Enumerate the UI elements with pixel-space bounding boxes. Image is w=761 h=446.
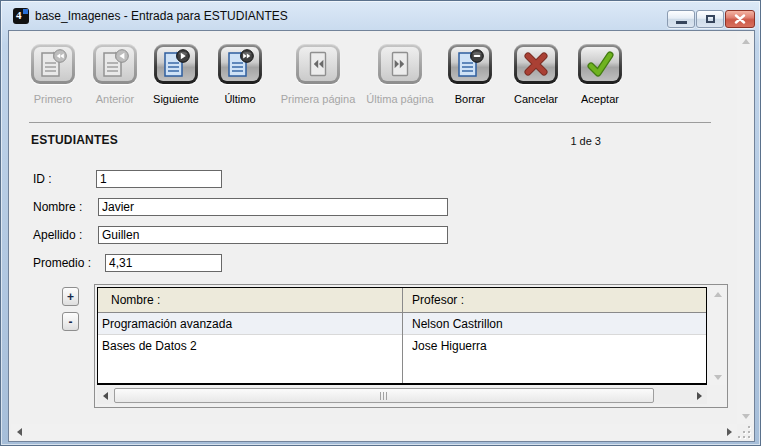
siguiente-button[interactable] (154, 44, 198, 84)
column-header-profesor: Profesor : (412, 293, 464, 307)
arrow-left-icon (103, 392, 108, 400)
subtable: Nombre : Profesor : Programación avanzad… (97, 287, 707, 385)
borrar-button[interactable] (448, 44, 492, 84)
toolbar-divider (29, 122, 711, 123)
promedio-label: Promedio : (33, 256, 91, 270)
id-field[interactable] (96, 170, 222, 188)
window-horizontal-scrollbar (11, 424, 737, 440)
cell-nombre: Bases de Datos 2 (102, 339, 197, 353)
app-icon-accent (23, 9, 28, 14)
close-button[interactable] (725, 10, 755, 28)
app-icon-glyph: 4 (16, 9, 22, 21)
cancelar-button[interactable] (514, 44, 558, 84)
ultimo-button[interactable] (218, 44, 262, 84)
scroll-right-button[interactable] (721, 424, 737, 440)
scrollbar-thumb[interactable] (114, 388, 654, 403)
arrow-right-icon (727, 428, 732, 436)
arrow-down-icon (714, 375, 722, 380)
aceptar-label: Aceptar (540, 93, 660, 105)
arrow-right-icon (697, 392, 702, 400)
record-position: 1 de 3 (501, 135, 601, 147)
document-next-icon (161, 49, 191, 79)
arrow-up-icon (742, 39, 750, 44)
window-frame: 4 base_Imagenes - Entrada para ESTUDIANT… (0, 0, 761, 446)
window-title: base_Imagenes - Entrada para ESTUDIANTES (35, 9, 288, 23)
scroll-down-button[interactable] (737, 408, 754, 424)
remove-row-button[interactable]: - (62, 312, 79, 331)
arrow-down-icon (742, 414, 750, 419)
document-first-icon (38, 49, 68, 79)
scroll-up-button[interactable] (737, 33, 754, 49)
primera-pagina-button[interactable] (296, 44, 340, 84)
subtable-frame: Nombre : Profesor : Programación avanzad… (94, 284, 728, 408)
scroll-up-button[interactable] (710, 287, 726, 302)
thumb-grip-icon (380, 392, 388, 400)
anterior-button[interactable] (93, 44, 137, 84)
scroll-left-button[interactable] (11, 424, 27, 440)
page-last-icon (385, 49, 415, 79)
scroll-right-button[interactable] (691, 387, 707, 404)
add-row-button[interactable]: + (62, 287, 79, 306)
primero-button[interactable] (31, 44, 75, 84)
document-previous-icon (100, 49, 130, 79)
apellido-field[interactable] (98, 226, 448, 244)
document-last-icon (225, 49, 255, 79)
minimize-button[interactable] (667, 10, 695, 28)
subtable-vertical-scrollbar (710, 287, 726, 385)
minimize-icon (676, 21, 687, 24)
scroll-left-button[interactable] (97, 387, 113, 404)
apellido-label: Apellido : (33, 228, 82, 242)
ultima-pagina-button[interactable] (378, 44, 422, 84)
document-delete-icon (455, 49, 485, 79)
app-4d-icon: 4 (13, 8, 29, 24)
subtable-horizontal-scrollbar (97, 387, 707, 404)
nombre-label: Nombre : (33, 200, 82, 214)
column-divider[interactable] (402, 288, 403, 383)
nombre-field[interactable] (98, 198, 448, 216)
resize-grip[interactable] (738, 425, 753, 440)
page-first-icon (303, 49, 333, 79)
cell-profesor: Nelson Castrillon (412, 317, 503, 331)
scroll-down-button[interactable] (710, 370, 726, 385)
promedio-field[interactable] (105, 254, 222, 272)
accept-check-icon (585, 49, 615, 79)
titlebar[interactable]: 4 base_Imagenes - Entrada para ESTUDIANT… (1, 1, 760, 31)
client-area: Primero Anterior Siguiente Último Primer… (9, 31, 754, 441)
arrow-left-icon (17, 428, 22, 436)
maximize-button[interactable] (696, 10, 724, 28)
close-icon (734, 14, 746, 24)
cancel-x-icon (521, 49, 551, 79)
cell-profesor: Jose Higuerra (412, 339, 487, 353)
aceptar-button[interactable] (578, 44, 622, 84)
maximize-icon (706, 15, 715, 23)
arrow-up-icon (714, 292, 722, 297)
application-window: 4 base_Imagenes - Entrada para ESTUDIANT… (0, 0, 761, 446)
section-title: ESTUDIANTES (31, 133, 118, 147)
column-header-nombre: Nombre : (111, 293, 160, 307)
cell-nombre: Programación avanzada (102, 317, 232, 331)
id-label: ID : (33, 172, 52, 186)
window-vertical-scrollbar (737, 33, 754, 424)
